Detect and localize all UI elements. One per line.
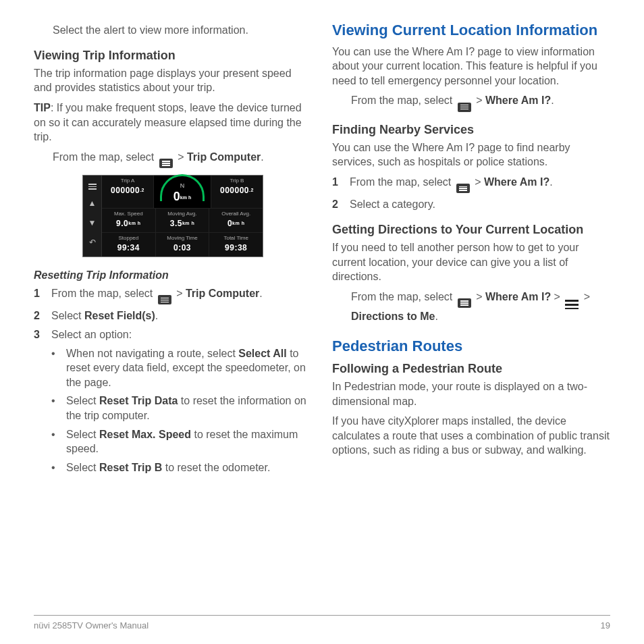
trip-b-cell: Trip B 000000.2 (211, 176, 263, 208)
nearby-step-1: 1 From the map, select > Where Am I?. (332, 175, 610, 193)
page-number: 19 (601, 620, 610, 632)
reset-step-2: 2 Select Reset Field(s). (34, 308, 312, 323)
follow-p2: If you have cityXplorer maps installed, … (332, 414, 610, 458)
menu-icon (159, 159, 173, 168)
location-desc: You can use the Where Am I? page to view… (332, 45, 610, 88)
moving-time-cell: Moving Time 0:03 (155, 233, 209, 257)
overall-avg-cell: Overall Avg. 0km h (209, 209, 263, 232)
footer-title: nüvi 2585TV Owner's Manual (34, 620, 149, 632)
reset-bullet: • When not navigating a route, select Se… (34, 346, 312, 390)
tip-body: : If you make frequent stops, leave the … (34, 102, 302, 142)
heading-pedestrian: Pedestrian Routes (332, 336, 610, 356)
heading-follow: Following a Pedestrian Route (332, 360, 610, 377)
heading-current-location: Viewing Current Location Information (332, 20, 610, 41)
menu-icon (158, 295, 171, 304)
stopped-cell: Stopped 99:34 (102, 233, 155, 257)
down-icon: ▼ (88, 217, 97, 228)
reset-step-3: 3 Select an option: (34, 327, 312, 342)
reset-bullet: • Select Reset Max. Speed to reset the m… (34, 427, 312, 456)
tip-paragraph: TIP: If you make frequent stops, leave t… (34, 101, 312, 144)
follow-p1: In Pedestrian mode, your route is displa… (332, 379, 610, 408)
trip-a-cell: Trip A 000000.2 (102, 176, 153, 208)
menu-icon (458, 298, 471, 308)
menu-icon (88, 184, 97, 190)
trip-from-map: From the map, select > Trip Computer. (34, 150, 312, 168)
heading-trip-info: Viewing Trip Information (34, 47, 312, 63)
menu-icon (456, 184, 470, 193)
back-icon: ↶ (89, 237, 96, 248)
trip-info-desc: The trip information page displays your … (34, 66, 312, 95)
directions-desc: If you need to tell another person how t… (332, 240, 610, 284)
heading-directions: Getting Directions to Your Current Locat… (332, 221, 610, 238)
location-from-map: From the map, select > Where Am I?. (332, 93, 610, 111)
nearby-step-2: 2 Select a category. (332, 197, 610, 212)
up-icon: ▲ (88, 198, 97, 209)
menu-icon (458, 103, 471, 112)
moving-avg-cell: Moving Avg. 3.5km h (155, 209, 209, 232)
max-speed-cell: Max. Speed 9.0km h (102, 209, 155, 232)
alert-intro: Select the alert to view more informatio… (34, 23, 312, 38)
tip-label: TIP (34, 102, 51, 113)
hamburger-icon (565, 300, 579, 309)
heading-reset: Resetting Trip Information (34, 268, 312, 283)
nearby-desc: You can use the Where Am I? page to find… (332, 140, 610, 169)
total-time-cell: Total Time 99:38 (209, 233, 263, 257)
reset-bullet: • Select Reset Trip Data to reset the in… (34, 394, 312, 423)
speed-cell: N 0km h (153, 176, 211, 208)
left-column: Select the alert to view more informatio… (34, 20, 312, 615)
reset-step-1: 1 From the map, select > Trip Computer. (34, 286, 312, 304)
reset-bullet: • Select Reset Trip B to reset the odome… (34, 460, 312, 475)
figure-sidebar: ▲ ▼ ↶ (83, 176, 102, 257)
right-column: Viewing Current Location Information You… (332, 20, 610, 615)
heading-nearby: Finding Nearby Services (332, 122, 610, 138)
trip-computer-figure: ▲ ▼ ↶ Trip A 000000.2 N (82, 175, 263, 257)
page-footer: nüvi 2585TV Owner's Manual 19 (34, 615, 610, 644)
directions-from-map: From the map, select > Where Am I? > > D… (332, 290, 610, 324)
